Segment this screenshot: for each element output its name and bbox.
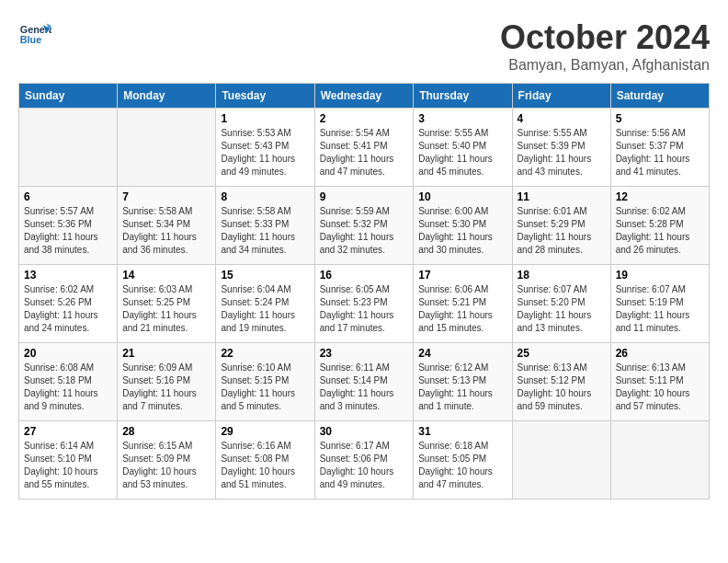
logo: General Blue	[18, 18, 51, 52]
calendar-cell: 29Sunrise: 6:16 AMSunset: 5:08 PMDayligh…	[216, 421, 314, 500]
day-info: Sunrise: 6:02 AMSunset: 5:26 PMDaylight:…	[24, 283, 112, 335]
day-info: Sunrise: 6:16 AMSunset: 5:08 PMDaylight:…	[221, 440, 309, 491]
day-number: 10	[418, 190, 506, 203]
calendar-cell: 26Sunrise: 6:13 AMSunset: 5:11 PMDayligh…	[610, 343, 709, 421]
day-number: 22	[221, 347, 309, 360]
day-info: Sunrise: 6:11 AMSunset: 5:14 PMDaylight:…	[320, 362, 409, 413]
calendar-cell: 7Sunrise: 5:58 AMSunset: 5:34 PMDaylight…	[118, 187, 216, 265]
day-info: Sunrise: 6:02 AMSunset: 5:28 PMDaylight:…	[616, 205, 704, 257]
calendar-cell: 11Sunrise: 6:01 AMSunset: 5:29 PMDayligh…	[512, 187, 610, 265]
calendar-cell: 16Sunrise: 6:05 AMSunset: 5:23 PMDayligh…	[314, 265, 414, 343]
header-thursday: Thursday	[414, 84, 512, 109]
day-number: 21	[122, 347, 210, 360]
calendar-cell: 5Sunrise: 5:56 AMSunset: 5:37 PMDaylight…	[610, 109, 709, 187]
calendar-cell	[19, 109, 118, 187]
page-header: General Blue October 2024 Bamyan, Bamyan…	[18, 18, 710, 74]
calendar-cell: 25Sunrise: 6:13 AMSunset: 5:12 PMDayligh…	[512, 343, 610, 421]
day-number: 9	[320, 190, 409, 203]
day-info: Sunrise: 6:08 AMSunset: 5:18 PMDaylight:…	[24, 362, 112, 413]
header-monday: Monday	[118, 84, 216, 109]
calendar-cell: 24Sunrise: 6:12 AMSunset: 5:13 PMDayligh…	[414, 343, 512, 421]
calendar-cell: 21Sunrise: 6:09 AMSunset: 5:16 PMDayligh…	[118, 343, 216, 421]
header-friday: Friday	[512, 84, 610, 109]
day-number: 23	[320, 347, 409, 360]
calendar-cell: 12Sunrise: 6:02 AMSunset: 5:28 PMDayligh…	[610, 187, 709, 265]
day-info: Sunrise: 5:57 AMSunset: 5:36 PMDaylight:…	[24, 205, 112, 257]
calendar-cell: 9Sunrise: 5:59 AMSunset: 5:32 PMDaylight…	[314, 187, 414, 265]
day-number: 8	[221, 190, 309, 203]
day-number: 14	[122, 269, 210, 282]
calendar-cell: 30Sunrise: 6:17 AMSunset: 5:06 PMDayligh…	[314, 421, 414, 500]
day-number: 31	[418, 425, 506, 438]
calendar-cell: 20Sunrise: 6:08 AMSunset: 5:18 PMDayligh…	[19, 343, 118, 421]
calendar-cell	[610, 421, 709, 500]
day-number: 27	[24, 425, 112, 438]
day-info: Sunrise: 6:15 AMSunset: 5:09 PMDaylight:…	[122, 440, 210, 491]
day-number: 3	[418, 112, 506, 125]
calendar-cell: 15Sunrise: 6:04 AMSunset: 5:24 PMDayligh…	[216, 265, 314, 343]
day-number: 30	[320, 425, 409, 438]
calendar-cell	[118, 109, 216, 187]
day-number: 24	[418, 347, 506, 360]
calendar-cell: 14Sunrise: 6:03 AMSunset: 5:25 PMDayligh…	[118, 265, 216, 343]
day-info: Sunrise: 5:54 AMSunset: 5:41 PMDaylight:…	[320, 127, 409, 178]
calendar-cell: 28Sunrise: 6:15 AMSunset: 5:09 PMDayligh…	[118, 421, 216, 500]
header-row: Sunday Monday Tuesday Wednesday Thursday…	[19, 84, 710, 109]
day-info: Sunrise: 6:09 AMSunset: 5:16 PMDaylight:…	[122, 362, 210, 413]
calendar-cell: 4Sunrise: 5:55 AMSunset: 5:39 PMDaylight…	[512, 109, 610, 187]
calendar-cell: 3Sunrise: 5:55 AMSunset: 5:40 PMDaylight…	[414, 109, 512, 187]
calendar-week-2: 6Sunrise: 5:57 AMSunset: 5:36 PMDaylight…	[19, 187, 710, 265]
day-info: Sunrise: 6:01 AMSunset: 5:29 PMDaylight:…	[518, 205, 606, 257]
day-info: Sunrise: 6:13 AMSunset: 5:12 PMDaylight:…	[518, 362, 606, 413]
day-info: Sunrise: 6:06 AMSunset: 5:21 PMDaylight:…	[418, 283, 506, 335]
day-info: Sunrise: 6:17 AMSunset: 5:06 PMDaylight:…	[320, 440, 409, 491]
day-number: 4	[518, 112, 606, 125]
logo-icon: General Blue	[18, 18, 51, 52]
header-saturday: Saturday	[610, 84, 709, 109]
calendar-cell: 19Sunrise: 6:07 AMSunset: 5:19 PMDayligh…	[610, 265, 709, 343]
day-info: Sunrise: 6:07 AMSunset: 5:19 PMDaylight:…	[616, 283, 704, 335]
calendar-cell: 23Sunrise: 6:11 AMSunset: 5:14 PMDayligh…	[314, 343, 414, 421]
day-number: 28	[122, 425, 210, 438]
calendar-cell: 10Sunrise: 6:00 AMSunset: 5:30 PMDayligh…	[414, 187, 512, 265]
day-info: Sunrise: 6:10 AMSunset: 5:15 PMDaylight:…	[221, 362, 309, 413]
day-info: Sunrise: 6:00 AMSunset: 5:30 PMDaylight:…	[418, 205, 506, 257]
day-info: Sunrise: 6:14 AMSunset: 5:10 PMDaylight:…	[24, 440, 112, 491]
calendar-table: Sunday Monday Tuesday Wednesday Thursday…	[18, 83, 710, 500]
day-number: 25	[518, 347, 606, 360]
day-number: 17	[418, 269, 506, 282]
calendar-body: 1Sunrise: 5:53 AMSunset: 5:43 PMDaylight…	[19, 109, 710, 500]
day-number: 2	[320, 112, 409, 125]
day-number: 18	[518, 269, 606, 282]
day-info: Sunrise: 5:58 AMSunset: 5:33 PMDaylight:…	[221, 205, 309, 257]
calendar-week-5: 27Sunrise: 6:14 AMSunset: 5:10 PMDayligh…	[19, 421, 710, 500]
calendar-cell: 18Sunrise: 6:07 AMSunset: 5:20 PMDayligh…	[512, 265, 610, 343]
day-number: 13	[24, 269, 112, 282]
day-info: Sunrise: 6:18 AMSunset: 5:05 PMDaylight:…	[418, 440, 506, 491]
day-info: Sunrise: 6:13 AMSunset: 5:11 PMDaylight:…	[616, 362, 704, 413]
day-number: 26	[616, 347, 704, 360]
day-number: 12	[616, 190, 704, 203]
header-wednesday: Wednesday	[314, 84, 414, 109]
calendar-cell: 8Sunrise: 5:58 AMSunset: 5:33 PMDaylight…	[216, 187, 314, 265]
day-info: Sunrise: 5:53 AMSunset: 5:43 PMDaylight:…	[221, 127, 309, 178]
calendar-week-4: 20Sunrise: 6:08 AMSunset: 5:18 PMDayligh…	[19, 343, 710, 421]
day-info: Sunrise: 5:55 AMSunset: 5:39 PMDaylight:…	[518, 127, 606, 178]
calendar-cell: 2Sunrise: 5:54 AMSunset: 5:41 PMDaylight…	[314, 109, 414, 187]
calendar-cell	[512, 421, 610, 500]
day-info: Sunrise: 5:56 AMSunset: 5:37 PMDaylight:…	[616, 127, 704, 178]
day-info: Sunrise: 5:59 AMSunset: 5:32 PMDaylight:…	[320, 205, 409, 257]
day-number: 20	[24, 347, 112, 360]
day-number: 5	[616, 112, 704, 125]
calendar-cell: 31Sunrise: 6:18 AMSunset: 5:05 PMDayligh…	[414, 421, 512, 500]
calendar-cell: 22Sunrise: 6:10 AMSunset: 5:15 PMDayligh…	[216, 343, 314, 421]
day-info: Sunrise: 6:07 AMSunset: 5:20 PMDaylight:…	[518, 283, 606, 335]
calendar-week-1: 1Sunrise: 5:53 AMSunset: 5:43 PMDaylight…	[19, 109, 710, 187]
location-subtitle: Bamyan, Bamyan, Afghanistan	[500, 57, 710, 74]
day-info: Sunrise: 6:12 AMSunset: 5:13 PMDaylight:…	[418, 362, 506, 413]
day-number: 16	[320, 269, 409, 282]
day-info: Sunrise: 6:03 AMSunset: 5:25 PMDaylight:…	[122, 283, 210, 335]
day-number: 15	[221, 269, 309, 282]
calendar-cell: 1Sunrise: 5:53 AMSunset: 5:43 PMDaylight…	[216, 109, 314, 187]
day-info: Sunrise: 6:04 AMSunset: 5:24 PMDaylight:…	[221, 283, 309, 335]
